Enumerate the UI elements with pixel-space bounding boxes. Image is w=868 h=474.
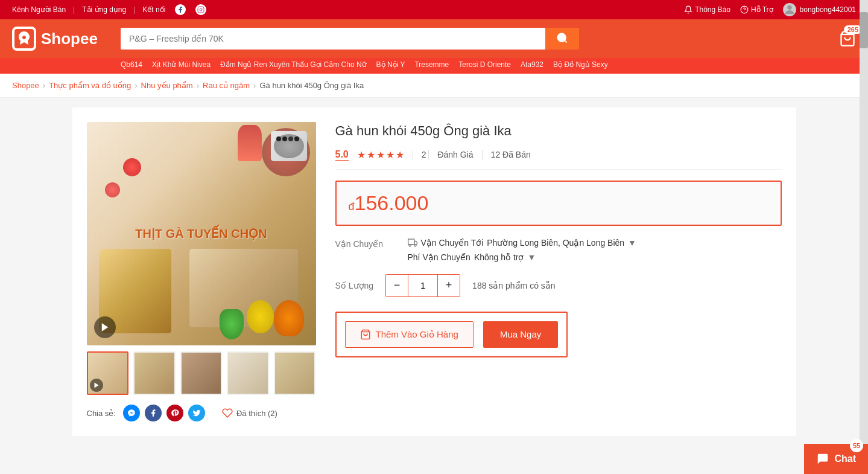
thumbnail-3[interactable] [180,351,223,395]
quantity-input[interactable] [408,275,438,296]
username-label: bongbong442001 [800,5,856,14]
breadcrumb-shopee[interactable]: Shopee [12,81,39,90]
search-tag-3[interactable]: Đầm Ngủ Ren Xuyên Thấu Gợi Cảm Cho Nữ [220,60,367,69]
shopee-logo[interactable]: Shopee [12,27,109,51]
shipping-to-label: Vận Chuyển Tới [421,238,484,248]
svg-point-15 [414,244,416,246]
search-tags-bar: Qb614 Xịt Khử Mùi Nivea Đầm Ngủ Ren Xuyê… [0,58,868,74]
support-link[interactable]: Hỗ Trợ [740,5,773,14]
rating-row: 5.0 ★ ★ ★ ★ ★ 2 Đánh Giá 12 Đã Bán [335,149,782,170]
logo-icon [12,27,36,51]
top-bar: Kênh Người Bán | Tải ứng dụng | Kết nối … [0,0,868,19]
cart-area[interactable]: 265 [839,30,856,47]
like-area[interactable]: Đã thích (2) [222,408,277,418]
download-app-link[interactable]: Tải ứng dụng [82,5,126,14]
svg-point-2 [203,8,203,8]
svg-point-1 [200,8,202,11]
share-icons [123,405,205,421]
product-info: Gà hun khói 450g Ông già Ika 5.0 ★ ★ ★ ★… [335,122,782,421]
cart-icon [360,329,371,340]
price-box: đ156.000 [335,181,782,226]
truck-icon [408,238,417,248]
fee-label: Phí Vận Chuyển [408,252,470,262]
thumbnail-2[interactable] [133,351,176,395]
video-play-button[interactable] [94,316,116,338]
product-images: THỊT GÀ TUYẾN CHỌN [87,122,316,421]
search-input[interactable] [121,28,545,50]
search-tag-8[interactable]: Bộ Đồ Ngủ Sexy [553,60,608,69]
notification-link[interactable]: Thông Báo [684,5,730,14]
logo-text: Shopee [41,30,98,48]
svg-point-14 [409,244,411,246]
shipping-detail-row: Vận Chuyển Tới Phường Long Biên, Quận Lo… [408,238,636,248]
fee-dropdown-arrow[interactable]: ▼ [528,252,536,262]
breadcrumb-food[interactable]: Thực phẩm và đồ uống [49,81,131,90]
share-row: Chia sẻ: [87,405,316,421]
location-dropdown-arrow[interactable]: ▼ [628,238,636,248]
svg-marker-11 [94,383,98,388]
quantity-section: Số Lượng − + 188 sản phẩm có sẵn [335,274,782,297]
thumbnail-5[interactable] [274,351,316,395]
breadcrumb-pickled[interactable]: Rau củ ngâm [203,81,250,90]
stock-info: 188 sản phẩm có sẵn [472,281,556,290]
share-label: Chia sẻ: [87,409,116,418]
search-button[interactable] [545,28,579,50]
product-container: THỊT GÀ TUYẾN CHỌN [72,107,796,436]
connect-label: Kết nối [142,5,165,14]
chat-button[interactable]: 55 Chat [804,444,868,446]
shipping-value: Vận Chuyển Tới Phường Long Biên, Quận Lo… [408,238,636,262]
shipping-location[interactable]: Phường Long Biên, Quận Long Biên [487,238,624,248]
sold-count: 12 Đã Bán [482,150,531,159]
user-avatar[interactable]: bongbong442001 [783,3,856,16]
thumbnail-4[interactable] [227,351,269,395]
review-count[interactable]: 2 Đánh Giá [413,150,474,159]
thumbnail-1[interactable] [87,351,129,395]
svg-marker-13 [414,241,417,244]
facebook-icon[interactable] [175,4,186,15]
search-bar [121,28,579,50]
breadcrumb: Shopee › Thực phẩm và đồ uống › Nhu yếu … [0,74,868,98]
facebook-share-icon[interactable] [145,405,162,421]
search-tag-5[interactable]: Tresemme [414,60,449,69]
quantity-label: Số Lượng [335,281,374,290]
product-title: Gà hun khói 450g Ông già Ika [335,122,782,141]
search-tag-4[interactable]: Bộ Nội Y [376,60,405,69]
buy-now-button[interactable]: Mua Ngay [483,321,558,348]
quantity-increase-button[interactable]: + [438,275,460,296]
twitter-share-icon[interactable] [188,405,205,421]
svg-rect-12 [408,239,414,245]
header: Shopee 265 [0,19,868,58]
quantity-decrease-button[interactable]: − [386,275,408,296]
pinterest-share-icon[interactable] [166,405,183,421]
search-tag-6[interactable]: Terosi D Oriente [458,60,511,69]
main-product-image: THỊT GÀ TUYẾN CHỌN [87,122,316,345]
action-buttons-wrapper: Thêm Vào Giỏ Hàng Mua Ngay [335,312,568,357]
svg-point-7 [558,33,566,41]
rating-score[interactable]: 5.0 [335,149,349,161]
shipping-to-row: Vận Chuyển Vận Chuyển Tới Phường Long Bi… [335,238,782,262]
svg-rect-0 [198,7,204,13]
scrollbar-thumb[interactable] [860,12,868,48]
scrollbar-track[interactable] [860,0,868,446]
svg-line-8 [565,40,567,42]
svg-marker-10 [101,323,108,331]
search-tag-7[interactable]: Ata932 [521,60,543,69]
fee-value: Không hỗ trợ [474,252,524,262]
instagram-icon[interactable] [195,4,206,15]
thumbnail-row [87,351,316,395]
quantity-row: Số Lượng − + 188 sản phẩm có sẵn [335,274,782,297]
shipping-section: Vận Chuyển Vận Chuyển Tới Phường Long Bi… [335,238,782,262]
like-label: Đã thích (2) [236,409,277,418]
messenger-share-icon[interactable] [123,405,140,421]
add-to-cart-button[interactable]: Thêm Vào Giỏ Hàng [345,321,474,348]
breadcrumb-current: Gà hun khói 450g Ông già Ika [259,81,364,90]
search-tag-2[interactable]: Xịt Khử Mùi Nivea [152,60,211,69]
breadcrumb-essentials[interactable]: Nhu yếu phẩm [141,81,193,90]
search-tag-1[interactable]: Qb614 [121,60,142,69]
svg-point-5 [787,5,791,10]
thumb-play-icon [90,379,103,392]
top-bar-right: Thông Báo Hỗ Trợ bongbong442001 [684,3,856,16]
product-price: đ156.000 [349,191,429,214]
seller-center-link[interactable]: Kênh Người Bán [12,5,66,14]
shipping-fee-row: Phí Vận Chuyển Không hỗ trợ ▼ [408,252,536,262]
